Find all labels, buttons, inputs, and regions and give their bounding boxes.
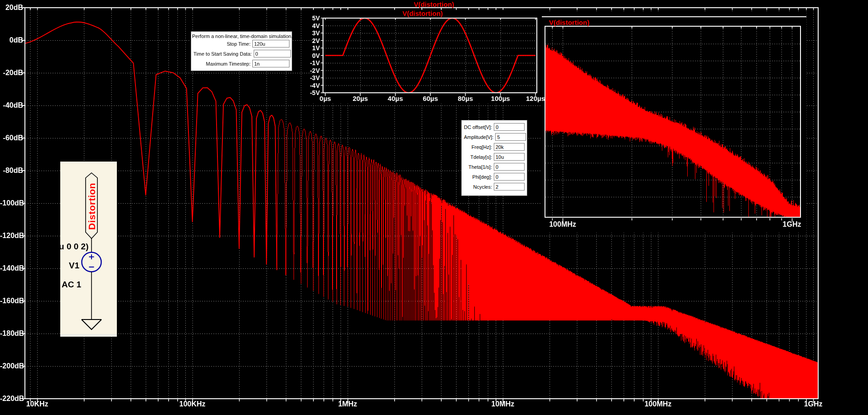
theta-label: Theta[1/s]: bbox=[464, 164, 492, 170]
tdelay-label: Tdelay[s]: bbox=[464, 154, 492, 160]
schematic-drawing: Distortion u 0 0 2) V1 AC 1 bbox=[60, 162, 117, 337]
max-timestep-row: Maximum Timestep: bbox=[193, 60, 289, 67]
transient-dialog-title: Perform a non-linear, time-domain simula… bbox=[191, 32, 292, 40]
phi-input[interactable] bbox=[494, 173, 525, 181]
schematic-pane-bottom-strip bbox=[60, 334, 117, 337]
tdelay-input[interactable] bbox=[494, 153, 525, 161]
main-trace-title[interactable]: V(distortion) bbox=[0, 0, 868, 8]
theta-row: Theta[1/s]: bbox=[464, 163, 525, 171]
sine-params-dialog[interactable]: DC offset[V]:Amplitude[V]:Freq[Hz]:Tdela… bbox=[461, 120, 527, 196]
max-timestep-input[interactable] bbox=[252, 60, 289, 67]
freq-input[interactable] bbox=[494, 143, 525, 151]
designator-v1[interactable]: V1 bbox=[69, 261, 80, 270]
stop-time-row: Stop Time: bbox=[193, 40, 289, 48]
theta-input[interactable] bbox=[494, 163, 525, 171]
plus-terminal-icon bbox=[89, 254, 94, 259]
stop-time-label: Stop Time: bbox=[193, 41, 251, 47]
ncycles-row: Ncycles: bbox=[464, 183, 525, 191]
freq-label: Freq[Hz]: bbox=[464, 144, 492, 150]
phi-row: Phi[deg]: bbox=[464, 173, 525, 181]
ground-symbol-icon[interactable] bbox=[82, 320, 101, 329]
ncycles-input[interactable] bbox=[494, 183, 525, 191]
start-saving-label: Time to Start Saving Data: bbox=[193, 51, 252, 57]
ltspice-window: V(distortion) V(distortion) V(distortion… bbox=[0, 0, 868, 415]
start-saving-row: Time to Start Saving Data: bbox=[193, 50, 289, 57]
stop-time-input[interactable] bbox=[252, 40, 289, 48]
time-inset-trace-title[interactable]: V(distortion) bbox=[323, 10, 522, 17]
tdelay-row: Tdelay[s]: bbox=[464, 153, 525, 161]
dc-offset-label: DC offset[V]: bbox=[464, 124, 492, 130]
amplitude-row: Amplitude[V]: bbox=[464, 133, 525, 141]
schematic-pane[interactable]: Distortion u 0 0 2) V1 AC 1 bbox=[60, 162, 117, 337]
transient-dialog[interactable]: Perform a non-linear, time-domain simula… bbox=[191, 31, 292, 71]
waveform-plot-canvas[interactable] bbox=[0, 0, 868, 415]
amplitude-input[interactable] bbox=[495, 133, 526, 141]
phi-label: Phi[deg]: bbox=[464, 174, 492, 180]
freq-row: Freq[Hz]: bbox=[464, 143, 525, 151]
net-label-distortion[interactable]: Distortion bbox=[87, 183, 97, 230]
max-timestep-label: Maximum Timestep: bbox=[193, 61, 251, 67]
sine-spec-clipped-text: u 0 0 2) bbox=[60, 242, 88, 251]
amplitude-label: Amplitude[V]: bbox=[464, 134, 493, 140]
freq-inset-trace-title[interactable]: V(distortion) bbox=[549, 19, 589, 26]
start-saving-input[interactable] bbox=[254, 50, 291, 57]
ac-directive-text[interactable]: AC 1 bbox=[62, 280, 82, 289]
ncycles-label: Ncycles: bbox=[464, 184, 492, 190]
dc-offset-row: DC offset[V]: bbox=[464, 123, 525, 131]
dc-offset-input[interactable] bbox=[494, 123, 525, 131]
